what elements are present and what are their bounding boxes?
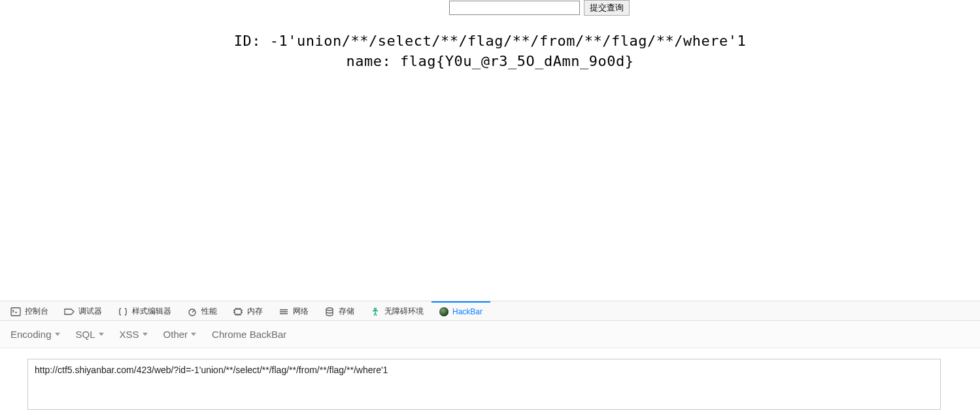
tab-network[interactable]: 网络: [271, 301, 316, 320]
menu-encoding[interactable]: Encoding: [10, 329, 60, 340]
devtools-tabbar: 控制台 调试器 样式编辑器 性能 内存: [0, 301, 980, 321]
tab-hackbar[interactable]: HackBar: [431, 301, 490, 320]
caret-down-icon: [191, 333, 196, 336]
hackbar-url-area: [0, 348, 980, 415]
menu-label: Encoding: [10, 329, 52, 340]
tab-label: 性能: [201, 306, 217, 317]
menu-label: Chrome BackBar: [212, 329, 286, 340]
storage-icon: [324, 307, 335, 316]
hackbar-icon: [439, 307, 448, 316]
tab-style-editor[interactable]: 样式编辑器: [110, 301, 179, 320]
tab-memory[interactable]: 内存: [225, 301, 271, 320]
query-input[interactable]: [449, 1, 580, 15]
debugger-icon: [64, 307, 75, 316]
menu-label: Other: [163, 329, 188, 340]
svg-point-3: [326, 308, 333, 310]
hackbar-toolbar: Encoding SQL XSS Other Chrome BackBar: [0, 321, 980, 348]
tab-label: HackBar: [452, 307, 482, 316]
tab-label: 存储: [339, 306, 354, 317]
network-icon: [279, 307, 289, 316]
tab-console[interactable]: 控制台: [3, 301, 56, 320]
tab-performance[interactable]: 性能: [179, 301, 225, 320]
query-result: ID: -1'union/**/select/**/flag/**/from/*…: [0, 31, 980, 72]
menu-label: XSS: [120, 329, 139, 340]
tab-label: 控制台: [25, 306, 48, 317]
caret-down-icon: [55, 333, 60, 336]
style-editor-icon: [118, 307, 128, 316]
url-input[interactable]: [27, 359, 941, 410]
query-form: 提交查询: [98, 0, 980, 16]
menu-sql[interactable]: SQL: [76, 329, 104, 340]
caret-down-icon: [99, 333, 104, 336]
menu-xss[interactable]: XSS: [120, 329, 148, 340]
devtools-panel: 控制台 调试器 样式编辑器 性能 内存: [0, 301, 980, 415]
submit-button[interactable]: 提交查询: [584, 0, 630, 16]
menu-chrome-backbar[interactable]: Chrome BackBar: [212, 329, 286, 340]
tab-storage[interactable]: 存储: [316, 301, 362, 320]
tab-label: 样式编辑器: [132, 306, 171, 317]
tab-debugger[interactable]: 调试器: [56, 301, 110, 320]
svg-rect-2: [235, 309, 241, 314]
accessibility-icon: [370, 307, 380, 316]
tab-label: 调试器: [78, 306, 102, 317]
result-id-line: ID: -1'union/**/select/**/flag/**/from/*…: [0, 31, 980, 52]
caret-down-icon: [143, 333, 148, 336]
memory-icon: [233, 307, 243, 316]
svg-point-4: [375, 308, 377, 310]
menu-label: SQL: [76, 329, 95, 340]
result-name-line: name: flag{Y0u_@r3_5O_dAmn_9o0d}: [0, 52, 980, 72]
tab-accessibility[interactable]: 无障碍环境: [362, 301, 431, 320]
tab-label: 内存: [247, 306, 263, 317]
tab-label: 无障碍环境: [384, 306, 424, 317]
performance-icon: [187, 307, 197, 316]
console-icon: [10, 307, 21, 316]
tab-label: 网络: [293, 306, 309, 317]
page-content: 提交查询 ID: -1'union/**/select/**/flag/**/f…: [0, 0, 980, 72]
menu-other[interactable]: Other: [163, 329, 197, 340]
